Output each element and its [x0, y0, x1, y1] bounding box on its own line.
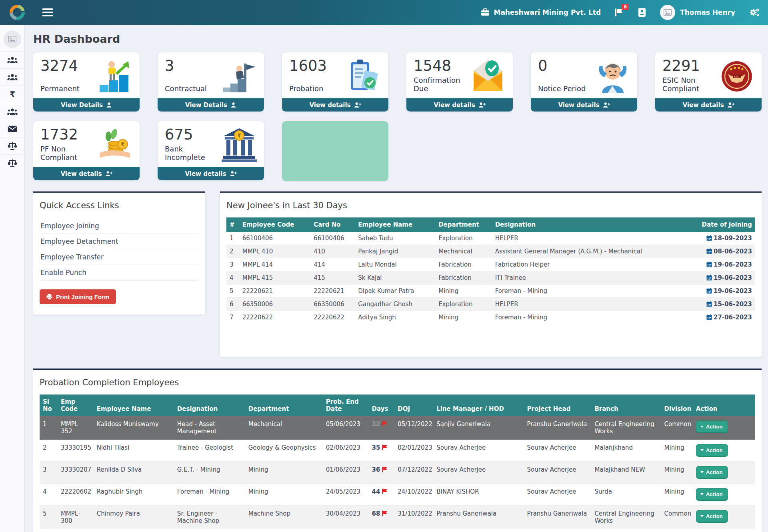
view-details-label: View details — [682, 102, 724, 109]
probation-cell: Geology & Geophysics — [245, 440, 323, 462]
joinee-cell: 22220622 — [310, 311, 355, 324]
person-plus-icon — [727, 102, 734, 108]
user-menu[interactable]: Thomas Henry — [660, 5, 735, 20]
row-action-button[interactable]: Action — [696, 444, 728, 457]
action-label: Action — [706, 491, 723, 497]
action-label: Action — [706, 447, 723, 453]
sidebar-item-5[interactable] — [0, 137, 24, 154]
stairs-growth-icon — [96, 58, 133, 95]
stat-value: 0 — [538, 58, 586, 74]
svg-text:ESIC: ESIC — [734, 75, 740, 78]
stat-value: 1603 — [289, 58, 327, 74]
calendar-icon — [706, 261, 712, 267]
joinee-cell: Aditya Singh — [355, 311, 435, 324]
probation-cell: Mining — [245, 462, 323, 484]
view-details-button[interactable]: View details — [531, 98, 637, 112]
briefcase-icon — [481, 8, 490, 16]
probation-col-header: Project Head — [524, 395, 592, 416]
stat-label: Bank Incomplete — [165, 145, 221, 164]
app-logo[interactable] — [8, 3, 26, 22]
settings-button[interactable] — [749, 8, 760, 17]
quick-link-enable-punch[interactable]: Enable Punch — [40, 265, 199, 281]
joinee-cell: 3 — [226, 258, 239, 271]
stat-card-bank-incomplete: 675 Bank Incomplete ₹ View details — [158, 121, 264, 180]
contacts-button[interactable] — [638, 8, 646, 17]
probation-cell: 02/06/2023 — [323, 440, 369, 462]
calendar-icon — [706, 301, 712, 307]
probation-cell: Mining — [661, 440, 693, 462]
joinee-cell: 18-09-2023 — [666, 232, 755, 245]
joinee-cell: 66350006 — [310, 298, 355, 311]
stat-value: 1548 — [414, 58, 470, 74]
print-joining-form-button[interactable]: Print Joining Form — [40, 289, 116, 304]
user-avatar — [660, 5, 675, 20]
view-details-label: View details — [434, 102, 475, 109]
scales-icon — [8, 159, 17, 167]
person-icon — [230, 102, 236, 108]
sidebar-item-6[interactable] — [0, 154, 24, 171]
view-details-button[interactable]: View details — [406, 98, 513, 112]
row-action-button[interactable]: Action — [696, 510, 728, 523]
probation-action-cell: Action — [693, 484, 755, 506]
joinee-cell: Foreman - Mining — [492, 311, 666, 324]
top-navbar: Maheshwari Mining Pvt. Ltd 8 — [0, 0, 768, 25]
joinee-cell: 7 — [226, 311, 239, 324]
joinee-cell: HELPER — [492, 298, 666, 311]
left-sidebar: ₹ — [0, 25, 25, 532]
view-details-button[interactable]: View details — [655, 98, 762, 112]
view-details-button[interactable]: View details — [282, 98, 388, 112]
stat-card-confirmation-due: 1548 Confirmation Due View details — [406, 52, 513, 112]
person-plus-icon — [354, 102, 361, 108]
probation-days-cell: 32 — [369, 416, 395, 440]
user-name: Thomas Henry — [680, 8, 735, 16]
sidebar-item-2[interactable]: ₹ — [0, 86, 24, 103]
joinee-cell: 66350006 — [239, 298, 310, 311]
quick-link-employee-joining[interactable]: Employee Joining — [40, 218, 199, 234]
probation-action-cell: Action — [693, 440, 755, 462]
sidebar-item-3[interactable] — [0, 103, 24, 120]
calendar-icon — [706, 275, 712, 281]
row-action-button[interactable]: Action — [696, 488, 728, 501]
bank-building-icon: ₹ — [221, 127, 258, 163]
view-details-button[interactable]: View details — [158, 167, 264, 180]
notification-badge: 8 — [622, 4, 629, 10]
calendar-icon — [706, 248, 712, 254]
row-action-button[interactable]: Action — [696, 420, 728, 433]
view-details-button[interactable]: View Details — [158, 98, 264, 112]
probation-col-header: Sl No — [40, 395, 58, 416]
probation-panel: Probation Completion Employees Sl NoEmp … — [33, 369, 762, 532]
menu-toggle-icon[interactable] — [42, 8, 53, 16]
caret-down-icon — [700, 426, 704, 428]
view-details-button[interactable]: View Details — [33, 98, 140, 112]
joinee-cell: 6 — [226, 298, 239, 311]
scales-icon — [8, 141, 17, 150]
rupee-icon: ₹ — [9, 90, 16, 99]
stat-card-notice-period: 0 Notice Period View details — [531, 52, 637, 112]
probation-cell: Pranshu Ganeriwala — [524, 506, 592, 529]
probation-row: 233330195Nidhi TilasiTrainee - Geologist… — [40, 440, 755, 462]
row-action-button[interactable]: Action — [696, 466, 728, 479]
sidebar-item-0[interactable] — [0, 51, 24, 68]
probation-cell: 4 — [40, 484, 58, 506]
quick-link-employee-detachment[interactable]: Employee Detachment — [40, 234, 199, 249]
sidebar-avatar[interactable] — [4, 30, 21, 48]
view-details-label: View details — [309, 102, 350, 109]
sidebar-item-4[interactable] — [0, 120, 24, 137]
joinee-row: 52222062122220621Dipak Kumar PatraMining… — [226, 285, 755, 298]
id-card-icon — [638, 8, 646, 17]
probation-action-cell: Action — [693, 506, 755, 529]
joinee-row: 3MMPL 414414Laltu MondalFabricationFabri… — [226, 258, 755, 271]
flag-notifications-button[interactable]: 8 — [614, 8, 624, 17]
probation-cell: 2 — [40, 440, 58, 462]
joinee-cell: Assistant General Manager (A.G.M.) - Mec… — [492, 245, 666, 258]
probation-cell: Sanjiv Ganeriwala — [433, 416, 524, 440]
probation-cell: 05/12/2022 — [394, 416, 433, 440]
stat-card-contractual: 3 Contractual View Details — [158, 52, 264, 112]
stat-label: Permanent — [40, 84, 80, 95]
company-selector[interactable]: Maheshwari Mining Pvt. Ltd — [481, 8, 601, 16]
stat-card-pf-non-compliant: 1732 PF Non Compliant ₹ View details — [33, 121, 140, 180]
view-details-button[interactable]: View details — [33, 167, 140, 180]
quick-link-employee-transfer[interactable]: Employee Transfer — [40, 249, 199, 265]
sidebar-item-1[interactable] — [0, 68, 24, 86]
new-joinees-table: #Employee CodeCard NoEmployee NameDepart… — [226, 217, 755, 324]
